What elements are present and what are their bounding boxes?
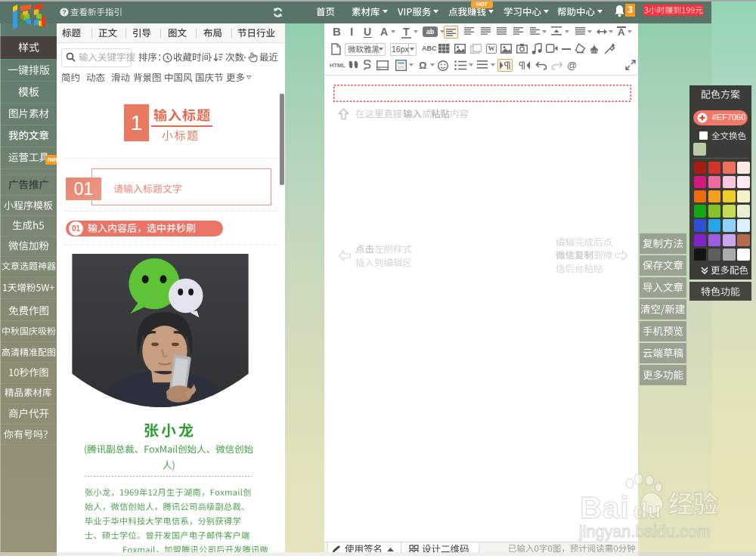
svg-text:Bai: Bai [580,491,629,524]
svg-text:jingyan.baidu.com: jingyan.baidu.com [578,523,710,541]
svg-text:du: du [634,498,662,523]
svg-text:?: ? [62,8,67,16]
